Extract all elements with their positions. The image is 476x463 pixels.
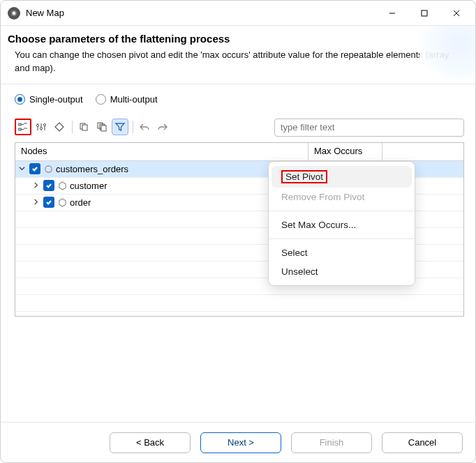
filter-icon[interactable]: [112, 119, 128, 135]
column-spacer: [382, 143, 463, 160]
svg-marker-16: [59, 199, 65, 206]
checkbox-checked-icon[interactable]: [43, 197, 54, 208]
wizard-footer: < Back Next > Finish Cancel: [1, 422, 475, 462]
column-max-occurs[interactable]: Max Occurs: [308, 143, 382, 160]
menu-separator: [269, 238, 415, 239]
redo-icon[interactable]: [154, 119, 171, 135]
hexagon-icon: [57, 197, 67, 207]
svg-rect-13: [101, 126, 106, 131]
svg-point-14: [45, 166, 51, 172]
svg-rect-10: [82, 125, 87, 130]
svg-marker-15: [59, 182, 65, 190]
svg-point-8: [43, 123, 45, 126]
wizard-header: Choose parameters of the flattening proc…: [1, 26, 475, 84]
copy-icon[interactable]: [75, 119, 92, 135]
svg-point-7: [40, 127, 42, 129]
menu-item-label: Set Pivot: [281, 170, 327, 183]
circle-icon: [43, 164, 53, 174]
menu-item-label: Remove From Pivot: [281, 192, 364, 202]
checkbox-checked-icon[interactable]: [43, 180, 54, 191]
next-button[interactable]: Next >: [200, 432, 281, 453]
filter-input[interactable]: [274, 119, 464, 137]
checkbox-checked-icon[interactable]: [29, 163, 40, 174]
context-set-max-occurs[interactable]: Set Max Occurs...: [269, 215, 415, 234]
output-mode-group: Single-output Multi-output: [15, 94, 464, 105]
tree-view-icon[interactable]: [15, 119, 31, 135]
chevron-right-icon[interactable]: [31, 181, 40, 190]
nodes-grid: Nodes Max Occurs customers_orders: [15, 142, 464, 317]
context-set-pivot[interactable]: Set Pivot: [272, 166, 412, 188]
toolbar: [15, 117, 172, 138]
finish-button: Finish: [291, 432, 372, 453]
node-label: customers_orders: [56, 164, 128, 174]
maximize-button[interactable]: [408, 1, 440, 26]
svg-rect-3: [422, 10, 427, 16]
titlebar: New Map: [1, 1, 475, 26]
context-unselect[interactable]: Unselect: [269, 262, 415, 281]
single-output-radio[interactable]: Single-output: [15, 94, 83, 105]
grid-header: Nodes Max Occurs: [15, 143, 463, 161]
diamond-icon[interactable]: [51, 119, 68, 135]
wizard-body: Single-output Multi-output: [1, 84, 475, 317]
multi-output-radio[interactable]: Multi-output: [96, 94, 158, 105]
copy-stack-icon[interactable]: [94, 119, 110, 135]
filter-box: [274, 119, 464, 137]
close-button[interactable]: [440, 1, 473, 26]
context-menu: Set Pivot Remove From Pivot Set Max Occu…: [268, 161, 415, 286]
radio-off-icon: [96, 94, 106, 105]
menu-item-label: Set Max Occurs...: [281, 220, 356, 230]
single-output-label: Single-output: [29, 94, 83, 105]
menu-item-label: Select: [281, 248, 308, 258]
svg-point-1: [13, 11, 15, 14]
toolbar-row: [15, 117, 464, 138]
window-title: New Map: [26, 8, 376, 18]
hexagon-icon: [57, 181, 67, 190]
toolbar-separator: [133, 121, 133, 133]
multi-output-label: Multi-output: [110, 94, 158, 105]
node-label: order: [70, 197, 91, 208]
menu-separator: [269, 211, 415, 211]
minimize-button[interactable]: [376, 1, 408, 26]
svg-point-6: [36, 124, 38, 126]
undo-icon[interactable]: [136, 119, 153, 135]
page-description: You can change the chosen pivot and edit…: [8, 49, 464, 75]
toolbar-separator: [72, 121, 73, 133]
page-title: Choose parameters of the flattening proc…: [8, 33, 464, 45]
context-select[interactable]: Select: [269, 243, 415, 262]
chevron-down-icon[interactable]: [17, 165, 27, 173]
chevron-right-icon[interactable]: [31, 198, 40, 206]
radio-on-icon: [15, 94, 25, 105]
menu-item-label: Unselect: [281, 266, 318, 277]
node-label: customer: [70, 181, 107, 191]
column-nodes[interactable]: Nodes: [15, 143, 308, 160]
cancel-button[interactable]: Cancel: [382, 432, 463, 453]
context-remove-pivot: Remove From Pivot: [269, 188, 415, 206]
table-row: [15, 295, 463, 312]
sliders-icon[interactable]: [33, 119, 50, 135]
app-icon: [8, 7, 20, 20]
header-emblem: [419, 26, 475, 82]
back-button[interactable]: < Back: [110, 432, 191, 453]
